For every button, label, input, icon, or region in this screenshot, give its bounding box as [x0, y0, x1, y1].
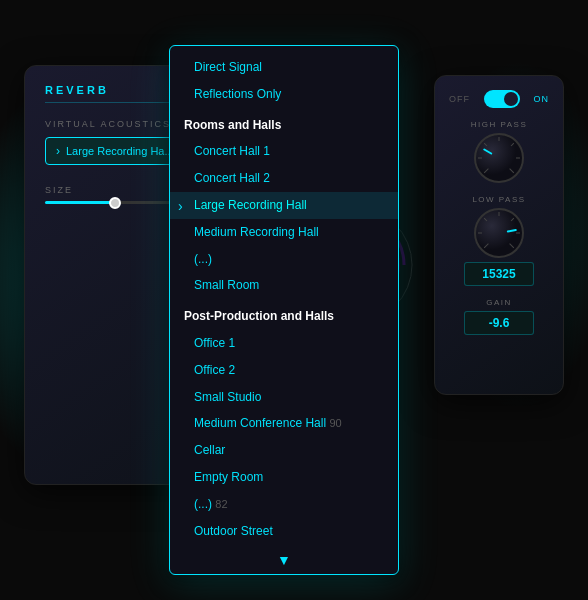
dropdown-item-direct-signal[interactable]: Direct Signal [170, 54, 398, 81]
dropdown-item-large-recording-hall[interactable]: Large Recording Hall [170, 192, 398, 219]
dropdown-item-medium-recording-hall[interactable]: Medium Recording Hall [170, 219, 398, 246]
dropdown-item-medium-conference[interactable]: Medium Conference Hall 90 [170, 410, 398, 437]
dropdown-item-small-room[interactable]: Small Room [170, 272, 398, 299]
controls-panel: OFF ON HIGH PASS [434, 75, 564, 395]
dropdown-item-rooms-and-halls[interactable]: Rooms and Halls [170, 112, 398, 139]
dropdown-item-outdoor-street[interactable]: Outdoor Street [170, 518, 398, 545]
dropdown-item-post-production[interactable]: Post-Production and Halls [170, 303, 398, 330]
low-pass-label: LOW PASS [472, 195, 525, 204]
toggle-row: OFF ON [449, 90, 549, 108]
high-pass-section: HIGH PASS [449, 120, 549, 183]
selected-preset-text: Large Recording Ha... [66, 145, 174, 157]
gain-value[interactable]: -9.6 [464, 311, 534, 335]
toggle-off-label: OFF [449, 94, 470, 104]
low-pass-section: LOW PASS 15325 [449, 195, 549, 286]
dropdown-item-office-1[interactable]: Office 1 [170, 330, 398, 357]
size-slider-thumb [109, 197, 121, 209]
dropdown-item-office-2[interactable]: Office 2 [170, 357, 398, 384]
dropdown-item-outdoor-ally[interactable]: Outdoor Ally [170, 544, 398, 546]
size-slider[interactable] [45, 201, 185, 204]
gain-label: GAIN [486, 298, 512, 307]
svg-point-9 [475, 209, 523, 257]
dropdown-item-ellipsis-2[interactable]: (...) 82 [170, 491, 398, 518]
toggle-knob [504, 92, 518, 106]
gain-section: GAIN -9.6 [449, 298, 549, 335]
dropdown-item-empty-room[interactable]: Empty Room [170, 464, 398, 491]
dropdown-item-concert-hall-1[interactable]: Concert Hall 1 [170, 138, 398, 165]
dropdown-menu: Direct SignalReflections OnlyRooms and H… [169, 45, 399, 575]
preset-arrow-icon: › [56, 144, 60, 158]
svg-point-0 [475, 134, 523, 182]
toggle-on-label: ON [534, 94, 550, 104]
power-toggle[interactable] [484, 90, 520, 108]
chevron-down-icon: ▼ [277, 552, 291, 568]
dropdown-list: Direct SignalReflections OnlyRooms and H… [170, 46, 398, 546]
scroll-down-indicator[interactable]: ▼ [170, 546, 398, 574]
high-pass-label: HIGH PASS [471, 120, 527, 129]
high-pass-knob[interactable] [474, 133, 524, 183]
dropdown-item-concert-hall-2[interactable]: Concert Hall 2 [170, 165, 398, 192]
dropdown-item-reflections-only[interactable]: Reflections Only [170, 81, 398, 108]
dropdown-item-cellar[interactable]: Cellar [170, 437, 398, 464]
dropdown-item-ellipsis-1[interactable]: (...) [170, 246, 398, 273]
low-pass-knob[interactable] [474, 208, 524, 258]
svg-line-17 [508, 230, 516, 231]
dropdown-item-small-studio[interactable]: Small Studio [170, 384, 398, 411]
scene: REVERB VIRTUAL ACOUSTICS › Large Recordi… [14, 15, 574, 585]
low-pass-value[interactable]: 15325 [464, 262, 534, 286]
